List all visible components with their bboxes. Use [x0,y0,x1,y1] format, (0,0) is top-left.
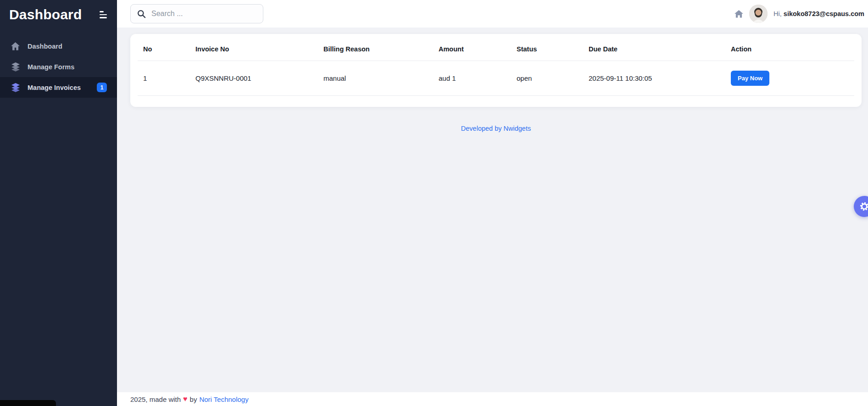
topbar: Hi, sikoko8723@cspaus.com [117,0,868,28]
sidebar-item-label: Manage Invoices [28,84,81,91]
main-content: Invoices Management No Invoice No Billin… [117,14,868,132]
layers-icon [11,62,21,72]
invoices-table: No Invoice No Billing Reason Amount Stat… [138,34,854,96]
gear-icon [859,201,868,211]
brand-title: Dashboard [9,7,82,22]
column-header-billing-reason: Billing Reason [318,34,433,61]
invoices-table-card: No Invoice No Billing Reason Amount Stat… [130,34,862,107]
footer-text: 2025, made with [130,395,181,403]
column-header-status: Status [511,34,583,61]
browser-status-bubble [0,400,56,406]
settings-fab[interactable] [854,196,868,217]
sidebar: Dashboard Dashboard Manage Forms [0,0,117,406]
developed-by: Developed by Nwidgets [130,125,862,132]
user-greeting[interactable]: Hi, sikoko8723@cspaus.com [773,10,864,17]
cell-no: 1 [138,61,190,96]
cell-status: open [511,61,583,96]
table-header-row: No Invoice No Billing Reason Amount Stat… [138,34,854,61]
user-email: sikoko8723@cspaus.com [784,10,864,17]
home-icon[interactable] [734,10,743,18]
search-input[interactable] [151,10,256,18]
footer-company-link[interactable]: Nori Technology [199,395,248,403]
sidebar-item-manage-forms[interactable]: Manage Forms [0,56,117,77]
cell-action: Pay Now [725,61,854,96]
search-box[interactable] [130,4,263,23]
column-header-amount: Amount [433,34,511,61]
topbar-right: Hi, sikoko8723@cspaus.com [734,5,864,23]
avatar[interactable] [749,5,768,23]
footer: 2025, made with ♥ by Nori Technology [117,392,868,406]
footer-text-by: by [190,395,197,403]
sidebar-nav: Dashboard Manage Forms Manage Invoic [0,36,117,98]
cell-due-date: 2025-09-11 10:30:05 [583,61,725,96]
sidebar-header: Dashboard [0,0,117,27]
sidebar-toggle-icon[interactable] [100,9,107,20]
cell-billing-reason: manual [318,61,433,96]
toggle-bar [100,14,107,16]
column-header-due-date: Due Date [583,34,725,61]
home-icon [11,42,21,51]
sidebar-item-manage-invoices[interactable]: Manage Invoices 1 [0,77,117,98]
sidebar-item-label: Manage Forms [28,63,74,71]
column-header-invoice-no: Invoice No [190,34,318,61]
developed-by-link[interactable]: Developed by Nwidgets [461,125,531,132]
cell-invoice-no: Q9XSNNRU-0001 [190,61,318,96]
column-header-action: Action [725,34,854,61]
cell-amount: aud 1 [433,61,511,96]
layers-icon [11,83,21,92]
pay-now-button[interactable]: Pay Now [731,71,769,86]
heart-icon: ♥ [183,395,188,403]
toggle-bar [100,17,107,18]
sidebar-item-label: Dashboard [28,43,62,50]
column-header-no: No [138,34,190,61]
toggle-bar [100,11,104,12]
search-icon [137,10,146,18]
invoice-count-badge: 1 [97,83,107,92]
table-row: 1 Q9XSNNRU-0001 manual aud 1 open 2025-0… [138,61,854,96]
sidebar-item-dashboard[interactable]: Dashboard [0,36,117,56]
greeting-prefix: Hi, [773,10,782,17]
